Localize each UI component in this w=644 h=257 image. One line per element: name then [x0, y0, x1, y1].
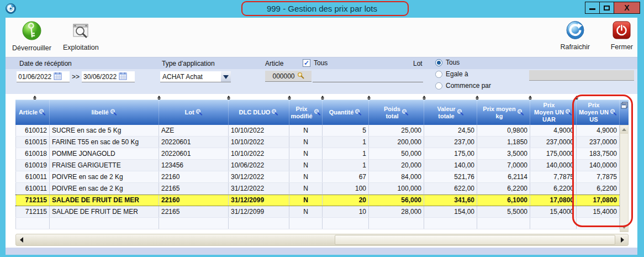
column-search-icon[interactable] — [517, 109, 524, 116]
titlebar[interactable]: 999 - Gestion des prix par lots X — [0, 0, 644, 18]
gold-search-icon[interactable] — [297, 72, 304, 81]
table-cell[interactable]: AZE — [159, 125, 229, 136]
table-cell[interactable]: 30/12/2022 — [229, 171, 289, 182]
table-cell[interactable]: 237,0000 — [530, 137, 577, 148]
table-cell[interactable]: N — [289, 171, 323, 182]
article-code-input[interactable]: 000000 — [265, 71, 312, 82]
table-cell[interactable]: 10/10/2022 — [229, 148, 289, 159]
table-cell[interactable]: 84,000 — [369, 171, 424, 182]
close-button[interactable]: X — [614, 2, 640, 14]
table-cell[interactable]: 22165 — [159, 183, 229, 194]
column-header[interactable]: Valeur totale — [424, 100, 477, 125]
table-cell[interactable]: N — [289, 183, 323, 194]
table-cell[interactable]: 22165 — [159, 206, 229, 217]
table-cell[interactable]: 31/12/2022 — [229, 183, 289, 194]
table-cell[interactable]: 25,000 — [369, 125, 424, 136]
table-cell[interactable]: 1,1850 — [477, 137, 530, 148]
table-cell[interactable]: 712115 — [15, 206, 50, 217]
table-cell[interactable]: 4,9000 — [577, 125, 620, 136]
column-chooser-icon[interactable] — [621, 101, 628, 111]
table-row[interactable]: 712115SALADE DE FRUIT DE MER2216031/12/2… — [15, 195, 620, 206]
column-header[interactable]: DLC DLUO — [229, 100, 289, 125]
table-row[interactable]: 610018POMME JONAGOLD2022060110/10/2022N1… — [15, 148, 620, 160]
column-header[interactable]: Prix Moyen UN US — [577, 100, 620, 125]
table-cell[interactable]: 7,0000 — [477, 160, 530, 171]
article-all-checkbox[interactable]: ✓ Tous — [303, 59, 328, 67]
table-cell[interactable]: 31/12/2099 — [229, 206, 289, 217]
table-cell[interactable]: 610011 — [15, 171, 50, 182]
table-cell[interactable]: SALADE DE FRUIT DE MER — [50, 195, 159, 206]
calendar-icon[interactable] — [119, 72, 127, 82]
table-cell[interactable]: SALADE DE FRUIT DE MER — [50, 206, 159, 217]
table-cell[interactable]: 17,0800 — [530, 195, 577, 206]
table-cell[interactable]: 1 — [323, 137, 369, 148]
table-cell[interactable]: 7,7875 — [577, 171, 620, 182]
table-cell[interactable]: 20,000 — [369, 160, 424, 171]
exploitation-button[interactable]: Exploitation — [63, 20, 99, 51]
table-cell[interactable]: 4,9000 — [530, 125, 577, 136]
radio-icon[interactable] — [435, 59, 442, 66]
table-cell[interactable]: 140,0000 — [530, 160, 577, 171]
column-header[interactable]: Prix Moyen UN UAR — [530, 100, 577, 125]
table-cell[interactable]: 10 — [323, 206, 369, 217]
table-cell[interactable]: 67 — [323, 171, 369, 182]
column-header[interactable]: Prix modifié — [289, 100, 323, 125]
table-cell[interactable]: 6,2200 — [477, 183, 530, 194]
table-cell[interactable]: POIVRE en sac de 2 Kg — [50, 171, 159, 182]
table-cell[interactable]: N — [289, 206, 323, 217]
checkbox-icon[interactable]: ✓ — [303, 59, 310, 67]
column-header[interactable]: Quantité — [323, 100, 369, 125]
table-cell[interactable]: 100 — [323, 183, 369, 194]
table-cell[interactable]: 22160 — [159, 195, 229, 206]
table-cell[interactable]: 6,1000 — [477, 195, 530, 206]
table-row[interactable]: 610011POIVRE en sac de 2 Kg2216030/12/20… — [15, 171, 620, 183]
table-cell[interactable]: N — [289, 148, 323, 159]
table-cell[interactable]: 6,2114 — [477, 171, 530, 182]
scroll-up-icon[interactable] — [620, 125, 628, 134]
fermer-button[interactable]: Fermer — [611, 20, 633, 51]
table-cell[interactable]: 3,5000 — [477, 148, 530, 159]
horizontal-scrollbar[interactable] — [15, 234, 629, 246]
article-name-input[interactable] — [313, 71, 423, 82]
column-search-icon[interactable] — [457, 109, 464, 116]
scroll-down-icon[interactable] — [620, 223, 628, 232]
table-cell[interactable]: 24,50 — [424, 125, 477, 136]
table-cell[interactable]: 140,0000 — [577, 160, 620, 171]
table-row[interactable]: 610011POIVRE en sac de 2 Kg2216531/12/20… — [15, 183, 620, 195]
table-cell[interactable]: 154,00 — [424, 206, 477, 217]
column-search-icon[interactable] — [110, 109, 117, 116]
table-cell[interactable]: 712115 — [15, 195, 50, 206]
table-cell[interactable]: N — [289, 125, 323, 136]
table-cell[interactable]: POMME JONAGOLD — [50, 148, 159, 159]
lot-radio-tous[interactable]: Tous — [435, 59, 460, 66]
table-cell[interactable]: 0,9800 — [477, 125, 530, 136]
table-cell[interactable]: 610011 — [15, 183, 50, 194]
chevron-down-icon[interactable] — [221, 71, 231, 82]
table-cell[interactable]: 10/10/2022 — [229, 125, 289, 136]
table-cell[interactable]: 20220601 — [159, 137, 229, 148]
table-cell[interactable]: 6,2200 — [530, 183, 577, 194]
table-cell[interactable]: 20 — [323, 195, 369, 206]
table-cell[interactable]: 5 — [323, 125, 369, 136]
column-header[interactable]: Prix moyen kg — [477, 100, 530, 125]
column-search-icon[interactable] — [355, 109, 362, 116]
date-from-input[interactable]: 01/06/2022 — [17, 71, 70, 82]
table-cell[interactable]: 622,00 — [424, 183, 477, 194]
unlock-button[interactable]: Déverrouiller — [12, 20, 51, 52]
column-search-icon[interactable] — [39, 109, 46, 116]
type-application-select[interactable]: ACHAT Achat — [160, 71, 231, 82]
column-search-icon[interactable] — [271, 109, 278, 116]
column-search-icon[interactable] — [314, 109, 321, 116]
table-row[interactable]: 610015FARINE T55 en sac de 50 Kg20220601… — [15, 137, 620, 148]
table-row[interactable]: 712115SALADE DE FRUIT DE MER2216531/12/2… — [15, 206, 620, 218]
table-cell[interactable]: 123456 — [159, 160, 229, 171]
table-cell[interactable]: FARINE T55 en sac de 50 Kg — [50, 137, 159, 148]
table-cell[interactable]: 7,7875 — [530, 171, 577, 182]
table-cell[interactable]: N — [289, 160, 323, 171]
table-cell[interactable]: 10/10/2022 — [229, 137, 289, 148]
horizontal-scroll-thumb[interactable] — [335, 235, 615, 245]
vertical-scrollbar[interactable] — [620, 125, 629, 232]
calendar-icon[interactable] — [54, 72, 62, 82]
table-cell[interactable]: 6,2200 — [577, 183, 620, 194]
column-header[interactable]: libellé — [50, 100, 159, 125]
